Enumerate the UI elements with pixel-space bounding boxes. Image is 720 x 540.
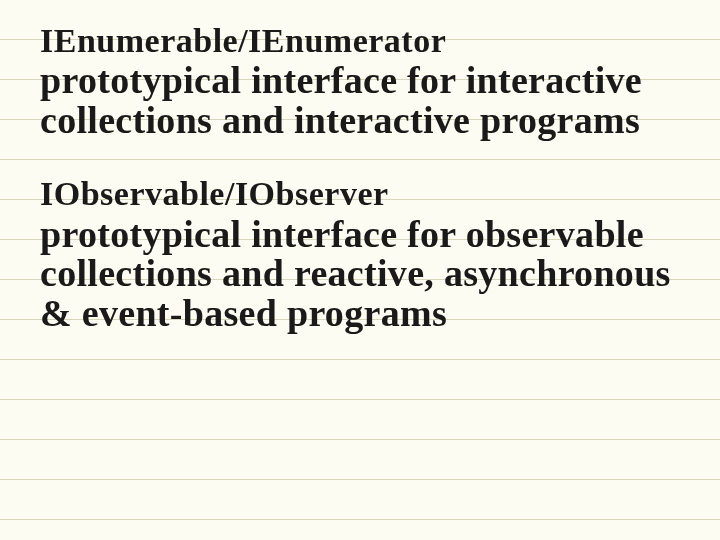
term-heading-1: IEnumerable/IEnumerator (40, 22, 680, 59)
term-body-1: prototypical interface for interactive c… (40, 61, 680, 141)
definition-block-1: IEnumerable/IEnumerator prototypical int… (40, 22, 680, 141)
term-body-2: prototypical interface for observable co… (40, 215, 680, 335)
definition-block-2: IObservable/IObserver prototypical inter… (40, 175, 680, 334)
term-heading-2: IObservable/IObserver (40, 175, 680, 212)
notebook-page: IEnumerable/IEnumerator prototypical int… (0, 0, 720, 540)
